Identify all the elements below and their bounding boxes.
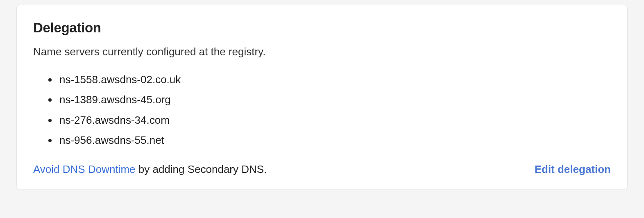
avoid-dns-downtime-link[interactable]: Avoid DNS Downtime bbox=[33, 163, 136, 175]
delegation-card: Delegation Name servers currently config… bbox=[16, 5, 628, 189]
footer-text: Avoid DNS Downtime by adding Secondary D… bbox=[33, 163, 267, 176]
card-description: Name servers currently configured at the… bbox=[33, 45, 611, 58]
footer-trailing-text: by adding Secondary DNS. bbox=[136, 163, 267, 175]
card-title: Delegation bbox=[33, 20, 611, 36]
name-server-item: ns-1558.awsdns-02.co.uk bbox=[58, 70, 611, 90]
name-server-item: ns-956.awsdns-55.net bbox=[58, 130, 611, 150]
name-server-item: ns-1389.awsdns-45.org bbox=[58, 90, 611, 110]
name-server-item: ns-276.awsdns-34.com bbox=[58, 110, 611, 130]
edit-delegation-link[interactable]: Edit delegation bbox=[535, 163, 611, 176]
name-server-list: ns-1558.awsdns-02.co.uk ns-1389.awsdns-4… bbox=[33, 70, 611, 151]
card-footer: Avoid DNS Downtime by adding Secondary D… bbox=[33, 163, 611, 176]
